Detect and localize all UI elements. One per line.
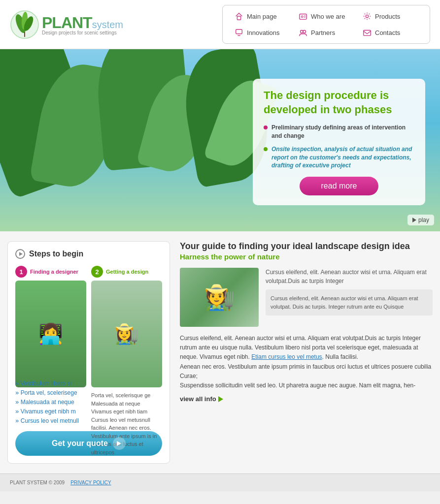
step-2-number: 2	[91, 266, 103, 278]
logo-text: PLANTsystem Design projects for scenic s…	[42, 14, 123, 35]
envelope-icon	[362, 28, 372, 37]
link-1[interactable]: Vestibulum libero si	[21, 380, 71, 387]
guide-title: Your guide to finding your ideal landsca…	[180, 241, 433, 252]
nav-who-we-are[interactable]: Who we are	[294, 9, 358, 23]
hero-bullet-2: Onsite inspection, analysis of actual si…	[264, 145, 414, 170]
logo-plant: PLANT	[42, 14, 92, 32]
logo-system: system	[92, 19, 123, 30]
privacy-policy-link[interactable]: PRIVACY POLICY	[70, 480, 111, 485]
home-icon	[234, 11, 244, 21]
link-3[interactable]: Malesuada at neque	[21, 399, 74, 406]
svg-point-13	[301, 31, 303, 33]
read-more-button[interactable]: read more	[300, 177, 378, 195]
nav-main-page-label: Main page	[247, 13, 277, 20]
step-2-image: 👩‍🌾	[91, 281, 162, 387]
hero-text-box: The design procedure is developed in two…	[253, 79, 425, 205]
footer: PLANT SYSTEM © 2009 PRIVACY POLICY	[0, 473, 440, 491]
guide-subtitle: Harness the power of nature	[180, 252, 433, 261]
hero-bullet-1-text: Preliminary study defining areas of inte…	[271, 124, 414, 140]
play-button[interactable]: play	[407, 215, 434, 225]
header: PLANTsystem Design projects for scenic s…	[0, 0, 440, 49]
nav-contacts[interactable]: Contacts	[358, 26, 422, 39]
nav-innovations-label: Innovations	[247, 29, 280, 36]
steps-title: Steps to begin	[15, 249, 162, 259]
bullet-dot-2	[264, 147, 268, 151]
step-2-card: 2 Getting a design 👩‍🌾 Porta vel, sceler…	[91, 266, 162, 373]
link-2[interactable]: Porta vel, scelerisege	[21, 389, 77, 396]
get-quote-arrow-icon	[113, 437, 126, 450]
hero-bullet-2-text: Onsite inspection, analysis of actual si…	[271, 145, 414, 170]
steps-box: Steps to begin 1 Finding a designer 👩‍💻 …	[7, 241, 170, 464]
logo-image	[10, 10, 39, 39]
steps-title-text: Steps to begin	[29, 250, 83, 258]
play-label: play	[418, 217, 429, 223]
nav-products-label: Products	[375, 13, 400, 20]
logo-area: PLANTsystem Design projects for scenic s…	[10, 10, 123, 39]
lightbulb-icon	[234, 28, 244, 37]
hero-section: The design procedure is developed in two…	[0, 49, 440, 231]
step-2-label: Getting a design	[106, 269, 148, 275]
get-quote-label: Get your quote	[52, 439, 108, 448]
guide-body: Cursus eleifend, elit. Aenean auctor wis…	[180, 334, 433, 390]
guide-section: Your guide to finding your ideal landsca…	[180, 241, 433, 464]
play-triangle-icon	[412, 218, 416, 222]
arrow-right-icon	[218, 396, 223, 402]
guide-top: 🧑‍🌾 Cursus eleifend, elit. Aenean auctor…	[180, 268, 433, 327]
step-1-header: 1 Finding a designer	[15, 266, 86, 278]
hero-bullet-1: Preliminary study defining areas of inte…	[264, 124, 414, 140]
gear-icon	[362, 11, 372, 21]
link-4[interactable]: Vivamus eget nibh m	[21, 408, 76, 415]
guide-text-right: Cursus eleifend, elit. Aenean auctor wis…	[266, 268, 433, 327]
guide-quote-box: Cursus eleifend, elit. Aenean auctor wis…	[266, 289, 433, 315]
link-5[interactable]: Cursus leo vel metnull	[21, 417, 79, 424]
guide-intro-text: Cursus eleifend, elit. Aenean auctor wis…	[266, 268, 433, 285]
logo-tagline: Design projects for scenic settings	[42, 30, 123, 35]
guide-person-image: 🧑‍🌾	[180, 268, 259, 327]
steps-grid: 1 Finding a designer 👩‍💻 2 Getting a des…	[15, 266, 162, 373]
guide-link[interactable]: Etiam cursus leo vel metus	[251, 353, 322, 360]
id-card-icon	[298, 11, 308, 21]
svg-rect-11	[236, 30, 242, 34]
step-1-card: 1 Finding a designer 👩‍💻	[15, 266, 86, 373]
main-content: Steps to begin 1 Finding a designer 👩‍💻 …	[0, 231, 440, 473]
step-1-image: 👩‍💻	[15, 281, 86, 387]
nav-contacts-label: Contacts	[375, 29, 400, 36]
nav-innovations[interactable]: Innovations	[230, 26, 294, 39]
svg-point-10	[366, 15, 368, 17]
partners-icon	[298, 28, 308, 37]
svg-point-14	[303, 31, 305, 33]
nav-main-page[interactable]: Main page	[230, 9, 294, 23]
view-all-info[interactable]: view all info	[180, 395, 433, 403]
step-2-header: 2 Getting a design	[91, 266, 162, 278]
nav-products[interactable]: Products	[358, 9, 422, 23]
hero-title: The design procedure is developed in two…	[264, 89, 414, 117]
nav-partners-label: Partners	[311, 29, 335, 36]
step-1-number: 1	[15, 266, 27, 278]
svg-rect-5	[237, 16, 240, 20]
step-1-label: Finding a designer	[30, 269, 78, 275]
nav-partners[interactable]: Partners	[294, 26, 358, 39]
svg-point-7	[301, 16, 303, 18]
bullet-dot-1	[264, 126, 268, 129]
svg-rect-15	[364, 31, 371, 36]
nav-who-we-are-label: Who we are	[311, 13, 345, 20]
steps-play-icon	[15, 249, 25, 259]
nav-box: Main page Who we are Products Innovation…	[222, 5, 430, 44]
footer-copyright: PLANT SYSTEM © 2009	[10, 480, 65, 485]
view-all-label: view all info	[180, 395, 216, 403]
